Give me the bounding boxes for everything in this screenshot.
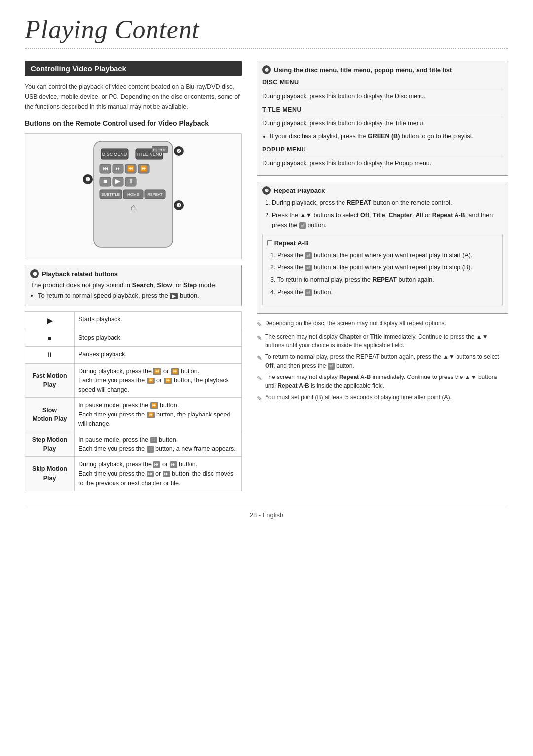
bullet-normal-speed: To return to normal speed playback, pres… — [38, 292, 236, 299]
svg-text:❸: ❸ — [176, 202, 181, 208]
repeat-ab-title: □ Repeat A-B — [267, 238, 497, 247]
section-header-dark: Controlling Video Playback — [25, 61, 242, 76]
svg-text:DISC MENU: DISC MENU — [102, 152, 127, 157]
disc-menu-box: ❷ Using the disc menu, title menu, popup… — [257, 61, 508, 176]
slow-motion-label: SlowMotion Play — [25, 398, 75, 432]
note-3: To return to normal play, press the REPE… — [257, 352, 508, 370]
svg-text:⏸: ⏸ — [128, 177, 134, 185]
two-col-layout: Controlling Video Playback You can contr… — [25, 61, 508, 491]
table-row-slow-motion: SlowMotion Play In pause mode, press the… — [25, 398, 242, 432]
fast-motion-desc: During playback, press the ⏪ or ⏩ button… — [75, 364, 242, 398]
note-2: The screen may not display Chapter or Ti… — [257, 332, 508, 350]
play-desc: Starts playback. — [75, 312, 242, 330]
title-menu-label: TITLE MENU — [262, 106, 503, 115]
popup-menu-text: During playback, press this button to di… — [262, 158, 503, 168]
notes-section: Depending on the disc, the screen may no… — [257, 319, 508, 404]
repeat-ab-step-1: Press the ⏎ button at the point where yo… — [277, 250, 497, 260]
table-row-play: ▶ Starts playback. — [25, 312, 242, 330]
fwd-icon: ⏩ — [171, 368, 179, 375]
play-icon-cell: ▶ — [25, 312, 75, 330]
page-footer: 28 - English — [25, 506, 508, 519]
repeat-playback-box: ❸ Repeat Playback During playback, press… — [257, 182, 508, 314]
slow-motion-desc: In pause mode, press the ⏩ button. Each … — [75, 398, 242, 432]
pause-desc: Pauses playback. — [75, 347, 242, 364]
svg-text:⏪: ⏪ — [127, 165, 134, 172]
step-motion-label: Step MotionPlay — [25, 432, 75, 457]
badge-1: ❶ — [30, 269, 39, 278]
table-row-skip-motion: Skip MotionPlay During playback, press t… — [25, 457, 242, 491]
badge-2: ❷ — [262, 65, 271, 74]
repeat-ab-steps-list: Press the ⏎ button at the point where yo… — [277, 250, 497, 297]
svg-text:⏮: ⏮ — [103, 165, 108, 171]
title-menu-text: During playback, press this button to di… — [262, 118, 503, 128]
badge-3: ❸ — [262, 186, 271, 195]
svg-text:SUBTITLE: SUBTITLE — [101, 192, 120, 197]
disc-menu-box-title: ❷ Using the disc menu, title menu, popup… — [262, 65, 503, 74]
rew-icon: ⏪ — [153, 368, 161, 375]
skip-motion-desc: During playback, press the ⏮ or ⏭ button… — [75, 457, 242, 491]
svg-text:REPEAT: REPEAT — [147, 192, 163, 197]
repeat-ab-step-4: Press the ⏎ button. — [277, 287, 497, 297]
stop-desc: Stops playback. — [75, 330, 242, 347]
note-icon-3 — [257, 353, 262, 363]
svg-text:■: ■ — [103, 177, 107, 185]
right-column: ❷ Using the disc menu, title menu, popup… — [257, 61, 508, 491]
table-row-fast-motion: Fast MotionPlay During playback, press t… — [25, 364, 242, 398]
remote-image-area: DISC MENU TITLE MENU POPUP ⏮ ⏭ ⏪ — [25, 133, 242, 259]
svg-text:⌂: ⌂ — [131, 202, 136, 212]
note-1: Depending on the disc, the screen may no… — [257, 319, 508, 330]
note-icon-5 — [257, 393, 262, 404]
remote-svg-container: DISC MENU TITLE MENU POPUP ⏮ ⏭ ⏪ — [79, 139, 188, 254]
remote-control-svg: DISC MENU TITLE MENU POPUP ⏮ ⏭ ⏪ — [79, 139, 188, 252]
svg-text:⏭: ⏭ — [115, 165, 121, 171]
box1-intro: The product does not play sound in Searc… — [30, 281, 236, 289]
note-4: The screen may not display Repeat A-B im… — [257, 373, 508, 390]
subsection-title: Buttons on the Remote Control used for V… — [25, 119, 242, 127]
svg-text:❷: ❷ — [176, 148, 181, 154]
table-row-step-motion: Step MotionPlay In pause mode, press the… — [25, 432, 242, 457]
note-icon-4 — [257, 373, 262, 383]
repeat-steps-list: During playback, press the REPEAT button… — [272, 198, 503, 230]
svg-text:HOME: HOME — [127, 192, 139, 197]
disc-menu-label: DISC MENU — [262, 79, 503, 88]
repeat-step-1: During playback, press the REPEAT button… — [272, 198, 503, 208]
playback-table: ▶ Starts playback. ■ Stops playback. ⏸ P… — [25, 311, 242, 491]
play-btn-icon: ▶ — [170, 293, 178, 299]
playback-buttons-box: ❶ Playback related buttons The product d… — [25, 265, 242, 306]
svg-text:❶: ❶ — [85, 176, 90, 182]
playback-buttons-title: ❶ Playback related buttons — [30, 269, 236, 278]
skip-motion-label: Skip MotionPlay — [25, 457, 75, 491]
table-row-stop: ■ Stops playback. — [25, 330, 242, 347]
repeat-ab-step-3: To return to normal play, press the REPE… — [277, 275, 497, 285]
disc-menu-text: During playback, press this button to di… — [262, 91, 503, 101]
svg-text:POPUP: POPUP — [153, 148, 166, 152]
pause-icon-cell: ⏸ — [25, 347, 75, 364]
note-icon-1 — [257, 319, 262, 330]
title-menu-bullet: If your disc has a playlist, press the G… — [270, 131, 503, 141]
note-5: You must set point (B) at least 5 second… — [257, 393, 508, 404]
repeat-ab-step-2: Press the ⏎ button at the point where yo… — [277, 263, 497, 272]
repeat-box-title: ❸ Repeat Playback — [262, 186, 503, 195]
page-container: Playing Content Controlling Video Playba… — [0, 0, 533, 756]
svg-text:⏩: ⏩ — [140, 165, 147, 172]
page-title: Playing Content — [25, 15, 508, 49]
svg-text:▶: ▶ — [115, 177, 120, 185]
popup-menu-label: POPUP MENU — [262, 146, 503, 155]
step-motion-desc: In pause mode, press the ⏸ button. Each … — [75, 432, 242, 457]
repeat-step-2: Press the ▲▼ buttons to select Off, Titl… — [272, 210, 503, 230]
fast-motion-label: Fast MotionPlay — [25, 364, 75, 398]
table-row-pause: ⏸ Pauses playback. — [25, 347, 242, 364]
repeat-ab-box: □ Repeat A-B Press the ⏎ button at the p… — [262, 234, 503, 305]
left-column: Controlling Video Playback You can contr… — [25, 61, 242, 491]
stop-icon-cell: ■ — [25, 330, 75, 347]
intro-text: You can control the playback of video co… — [25, 82, 242, 112]
note-icon-2 — [257, 333, 262, 343]
